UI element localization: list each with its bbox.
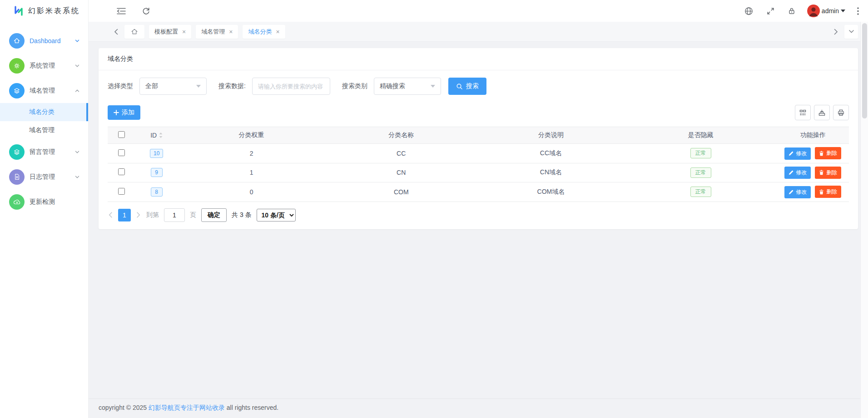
select-all-checkbox[interactable] — [118, 131, 125, 138]
app-title: 幻影米表系统 — [28, 6, 80, 16]
add-button[interactable]: 添加 — [108, 105, 140, 120]
column-header-id: ID — [150, 132, 157, 139]
close-icon[interactable]: × — [182, 29, 186, 35]
tab-home[interactable] — [124, 25, 144, 39]
type-select[interactable]: 全部 — [139, 78, 207, 95]
domain-category-card: 域名分类 选择类型 全部 搜索数据: 搜索类别 精确搜索 — [99, 48, 858, 229]
topbar-left — [115, 5, 152, 17]
sidebar-item-update[interactable]: 更新检测 — [0, 189, 88, 214]
filter-row: 选择类型 全部 搜索数据: 搜索类别 精确搜索 — [99, 70, 858, 101]
column-header-actions: 功能操作 — [777, 127, 849, 144]
file-icon — [9, 169, 25, 185]
column-header-hidden: 是否隐藏 — [624, 127, 777, 144]
search-category-select[interactable]: 精确搜索 — [374, 78, 441, 95]
sidebar-item-label: 日志管理 — [30, 173, 55, 181]
chevron-up-icon — [74, 88, 80, 93]
tab-domain-category[interactable]: 域名分类 × — [243, 25, 285, 39]
lock-screen-icon[interactable] — [786, 5, 797, 16]
topbar: admin — [89, 0, 868, 22]
close-icon[interactable]: × — [276, 29, 279, 35]
edit-button[interactable]: 修改 — [784, 186, 811, 198]
fullscreen-icon[interactable] — [765, 5, 776, 17]
next-page-icon[interactable] — [136, 211, 141, 219]
tab-label: 域名分类 — [248, 28, 272, 36]
table-header-row: ID 分类权重 分类名称 分类说明 是否隐藏 功能操作 — [108, 127, 849, 144]
edit-button-label: 修改 — [796, 169, 807, 177]
app-window: 幻影米表系统 Dashboard 系统管理 — [0, 0, 868, 418]
status-badge: 正常 — [690, 167, 711, 178]
layers-icon — [9, 83, 25, 98]
prev-page-icon[interactable] — [108, 211, 113, 219]
sidebar-item-system[interactable]: 系统管理 — [0, 53, 88, 78]
user-menu[interactable]: admin — [807, 5, 845, 17]
tab-domain-manage[interactable]: 域名管理 × — [196, 25, 238, 39]
edit-button[interactable]: 修改 — [784, 167, 811, 179]
sort-icon[interactable] — [159, 133, 163, 138]
cell-desc: CN域名 — [477, 163, 624, 182]
columns-icon[interactable] — [795, 105, 811, 120]
table-row: 9 1 CN CN域名 正常 修改 删除 — [108, 163, 849, 182]
status-badge: 正常 — [690, 148, 711, 158]
row-checkbox[interactable] — [118, 188, 125, 195]
search-icon — [456, 83, 463, 90]
more-options-icon[interactable] — [855, 5, 861, 17]
chevron-down-icon — [74, 174, 80, 180]
sidebar: 幻影米表系统 Dashboard 系统管理 — [0, 0, 89, 418]
edit-button-label: 修改 — [796, 188, 807, 196]
row-checkbox[interactable] — [118, 149, 125, 156]
type-select-value: 全部 — [145, 82, 158, 90]
sidebar-item-message[interactable]: 留言管理 — [0, 139, 88, 164]
cell-weight: 2 — [178, 144, 325, 163]
footer-link[interactable]: 幻影导航页专注于网站收录 — [149, 404, 225, 411]
home-icon — [131, 28, 138, 35]
sidebar-item-domain[interactable]: 域名管理 — [0, 78, 88, 103]
caret-down-icon — [196, 85, 201, 88]
row-checkbox[interactable] — [118, 168, 125, 175]
topbar-right: admin — [743, 5, 861, 17]
plus-icon — [114, 110, 119, 115]
sidebar-subitem-label: 域名分类 — [29, 108, 55, 116]
sidebar-submenu-domain: 域名分类 域名管理 — [0, 103, 88, 139]
search-button[interactable]: 搜索 — [448, 78, 486, 95]
search-input[interactable] — [252, 78, 330, 95]
edit-button[interactable]: 修改 — [784, 148, 811, 160]
app-logo: 幻影米表系统 — [0, 0, 88, 22]
pencil-icon — [789, 170, 794, 175]
scrollbar[interactable] — [860, 22, 868, 418]
goto-page-input[interactable] — [164, 208, 185, 222]
per-page-select[interactable]: 10 条/页 — [257, 209, 296, 221]
pencil-icon — [789, 190, 794, 195]
tab-template-config[interactable]: 模板配置 × — [149, 25, 191, 39]
delete-button-label: 删除 — [826, 188, 837, 196]
id-badge: 9 — [151, 168, 163, 177]
refresh-icon[interactable] — [140, 5, 152, 17]
cell-name: CN — [325, 163, 477, 182]
cell-name: COM — [325, 182, 477, 202]
page-number-button[interactable]: 1 — [118, 209, 131, 221]
sidebar-item-log[interactable]: 日志管理 — [0, 164, 88, 189]
language-globe-icon[interactable] — [743, 5, 755, 17]
delete-button[interactable]: 删除 — [815, 147, 841, 159]
goto-confirm-button[interactable]: 确定 — [201, 208, 227, 222]
page-title: 域名分类 — [99, 48, 858, 70]
goto-label: 到第 — [146, 211, 159, 219]
tabs-menu-icon[interactable] — [844, 25, 858, 39]
delete-button-label: 删除 — [826, 149, 837, 157]
sidebar-toggle-icon[interactable] — [115, 5, 128, 17]
tabs-scroll-right-icon[interactable] — [832, 27, 840, 37]
sidebar-item-domain-category[interactable]: 域名分类 — [0, 103, 88, 121]
tabs-scroll-left-icon[interactable] — [112, 27, 120, 37]
cell-weight: 0 — [178, 182, 325, 202]
delete-button[interactable]: 删除 — [815, 167, 841, 179]
sidebar-item-label: Dashboard — [30, 37, 61, 44]
sidebar-item-dashboard[interactable]: Dashboard — [0, 28, 88, 53]
sidebar-item-label: 更新检测 — [30, 198, 55, 206]
scrollbar-thumb[interactable] — [862, 23, 867, 118]
print-icon[interactable] — [833, 105, 849, 120]
close-icon[interactable]: × — [229, 29, 233, 35]
tab-label: 域名管理 — [201, 28, 225, 36]
export-icon[interactable] — [814, 105, 830, 120]
sidebar-item-domain-manage[interactable]: 域名管理 — [0, 121, 88, 139]
delete-button[interactable]: 删除 — [815, 186, 841, 198]
search-button-label: 搜索 — [466, 82, 479, 90]
